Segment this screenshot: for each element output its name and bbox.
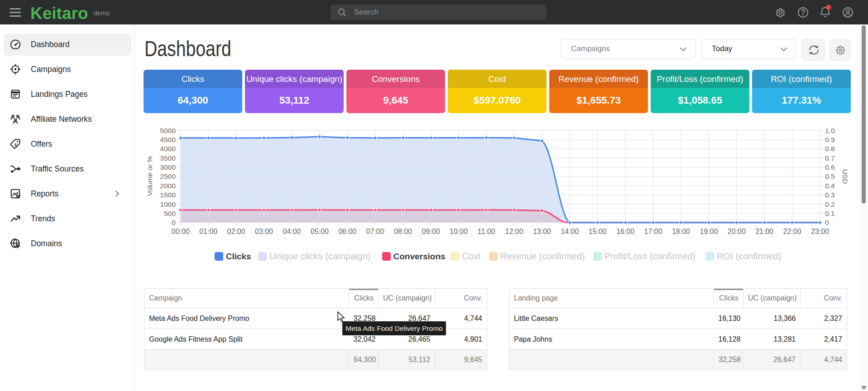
svg-text:12:00: 12:00 [505, 228, 523, 235]
svg-text:14:00: 14:00 [561, 228, 579, 235]
svg-text:0.9: 0.9 [825, 136, 835, 143]
svg-text:19:00: 19:00 [700, 228, 718, 235]
svg-text:06:00: 06:00 [338, 228, 356, 235]
svg-text:5000: 5000 [160, 127, 176, 134]
svg-text:0.4: 0.4 [825, 182, 835, 190]
svg-text:13:00: 13:00 [533, 228, 551, 235]
svg-text:3500: 3500 [160, 154, 176, 162]
svg-text:USD: USD [841, 169, 849, 184]
svg-text:0.8: 0.8 [825, 145, 835, 153]
svg-text:0.1: 0.1 [825, 210, 835, 217]
svg-text:17:00: 17:00 [644, 228, 662, 235]
svg-text:20:00: 20:00 [728, 228, 746, 235]
svg-text:21:00: 21:00 [755, 228, 773, 235]
svg-text:0.3: 0.3 [825, 191, 835, 199]
svg-text:03:00: 03:00 [255, 228, 273, 235]
svg-text:09:00: 09:00 [422, 228, 440, 235]
svg-text:02:00: 02:00 [227, 228, 245, 235]
svg-text:0: 0 [825, 219, 829, 226]
svg-text:2000: 2000 [160, 182, 176, 190]
svg-text:07:00: 07:00 [366, 228, 384, 235]
svg-text:15:00: 15:00 [589, 228, 607, 235]
svg-text:10:00: 10:00 [450, 228, 468, 235]
svg-text:1.0: 1.0 [825, 127, 835, 134]
svg-text:3000: 3000 [160, 163, 176, 171]
svg-text:0: 0 [172, 219, 176, 226]
svg-text:18:00: 18:00 [672, 228, 690, 235]
svg-text:11:00: 11:00 [478, 228, 495, 235]
svg-text:00:00: 00:00 [172, 228, 190, 235]
svg-text:08:00: 08:00 [394, 228, 412, 235]
svg-text:0.2: 0.2 [825, 200, 835, 208]
svg-text:23:00: 23:00 [811, 228, 829, 235]
svg-text:2500: 2500 [160, 172, 176, 180]
svg-text:1500: 1500 [160, 191, 176, 199]
svg-text:16:00: 16:00 [616, 228, 634, 235]
svg-text:04:00: 04:00 [283, 228, 301, 235]
svg-text:4000: 4000 [160, 145, 176, 153]
svg-text:0.5: 0.5 [825, 172, 835, 180]
svg-text:1000: 1000 [160, 200, 176, 208]
svg-text:0.7: 0.7 [825, 154, 835, 162]
svg-text:22:00: 22:00 [783, 228, 801, 235]
svg-text:500: 500 [164, 210, 176, 217]
svg-text:01:00: 01:00 [199, 228, 217, 235]
svg-text:Volume or %: Volume or % [146, 156, 153, 196]
svg-text:4500: 4500 [160, 136, 176, 143]
svg-text:0.6: 0.6 [825, 163, 835, 171]
svg-text:05:00: 05:00 [311, 228, 329, 235]
